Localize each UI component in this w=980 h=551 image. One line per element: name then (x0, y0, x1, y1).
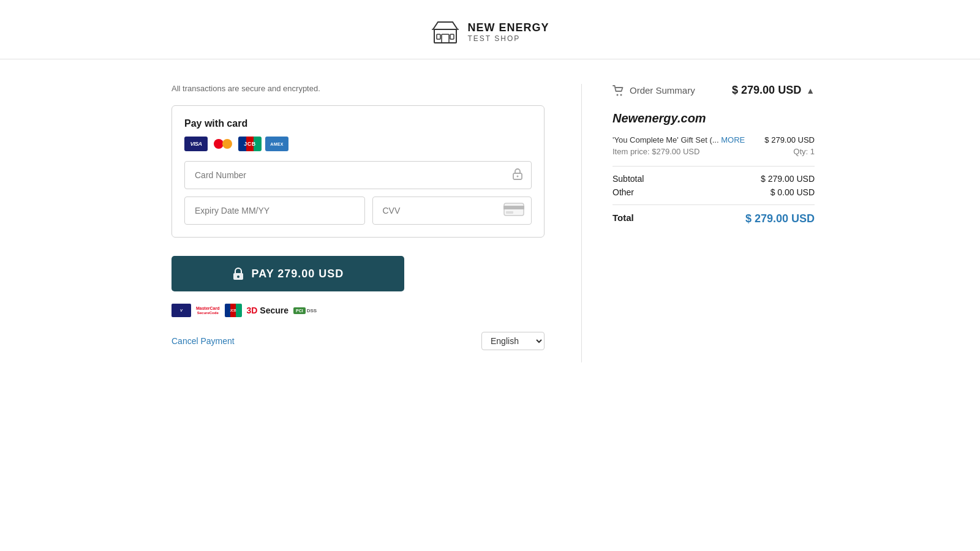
cart-icon (612, 85, 625, 96)
shop-logo: NEW ENERGY TEST SHOP (431, 17, 549, 47)
total-value: $ 279.00 USD (745, 212, 815, 225)
cvv-card-icon (503, 203, 524, 219)
subtotal-label: Subtotal (612, 174, 644, 184)
item-description: 'You Complete Me' Gift Set (... MORE (612, 135, 764, 144)
security-note: All transactions are secure and encrypte… (172, 84, 545, 93)
3d-secure-badge: 3D Secure (247, 305, 289, 315)
pay-lock-icon (232, 267, 244, 280)
pci-dss-badge: PCI DSS (293, 307, 317, 314)
order-summary-total-display: $ 279.00 USD ▲ (732, 84, 815, 97)
other-value: $ 0.00 USD (771, 187, 815, 197)
main-container: All transactions are secure and encrypte… (135, 59, 845, 362)
svg-rect-8 (503, 206, 524, 209)
svg-point-13 (620, 94, 622, 96)
security-badges: V MasterCard SecureCode JCB 3D Secure PC… (172, 304, 545, 317)
item-more-link[interactable]: MORE (721, 135, 745, 144)
cvv-wrapper (372, 197, 532, 225)
page-header: NEW ENERGY TEST SHOP (0, 0, 980, 59)
svg-point-12 (617, 94, 619, 96)
svg-point-11 (237, 276, 239, 278)
svg-point-6 (517, 176, 519, 178)
divider-2 (612, 204, 815, 205)
order-item-row: 'You Complete Me' Gift Set (... MORE $ 2… (612, 135, 815, 144)
svg-rect-9 (506, 211, 513, 214)
shop-name-sub: TEST SHOP (467, 34, 549, 43)
order-summary-header: Order Summary $ 279.00 USD ▲ (612, 84, 815, 97)
other-line: Other $ 0.00 USD (612, 187, 815, 197)
mastercard-securecode-badge: MasterCard SecureCode (196, 306, 220, 315)
total-line: Total $ 279.00 USD (612, 212, 815, 225)
shop-name-block: NEW ENERGY TEST SHOP (467, 21, 549, 43)
pay-card-box: Pay with card VISA JCB AMEX (172, 105, 545, 238)
pay-button[interactable]: PAY 279.00 USD (172, 256, 404, 291)
pay-with-card-title: Pay with card (184, 118, 532, 129)
svg-rect-0 (434, 29, 456, 43)
bottom-row: Cancel Payment English French Spanish Ge… (172, 332, 545, 362)
visa-verified-badge: V (172, 304, 191, 317)
order-summary-left: Order Summary (612, 85, 695, 96)
amex-logo: AMEX (265, 137, 288, 151)
mastercard-logo (211, 137, 235, 151)
item-meta: Item price: $279.00 USD Qty: 1 (612, 147, 815, 156)
svg-rect-2 (437, 34, 440, 39)
jcb-secure-badge: JCB (225, 304, 242, 317)
order-summary-title: Order Summary (630, 85, 695, 96)
chevron-up-icon[interactable]: ▲ (806, 86, 815, 96)
lock-icon (512, 168, 523, 182)
expiry-cvv-row (184, 197, 532, 225)
total-label: Total (612, 212, 634, 225)
subtotal-line: Subtotal $ 279.00 USD (612, 174, 815, 184)
other-label: Other (612, 187, 634, 197)
svg-rect-3 (450, 34, 454, 39)
subtotal-value: $ 279.00 USD (761, 174, 815, 184)
card-number-row (184, 161, 532, 189)
merchant-name: Newenergy.com (612, 111, 815, 126)
visa-logo: VISA (184, 137, 208, 151)
cancel-payment-link[interactable]: Cancel Payment (172, 336, 235, 346)
jcb-logo: JCB (238, 137, 262, 151)
language-select[interactable]: English French Spanish German Japanese (481, 332, 545, 350)
right-panel: Order Summary $ 279.00 USD ▲ Newenergy.c… (582, 84, 845, 362)
left-panel: All transactions are secure and encrypte… (135, 84, 582, 362)
expiry-input[interactable] (184, 197, 365, 225)
pay-button-label: PAY 279.00 USD (252, 268, 344, 280)
divider-1 (612, 166, 815, 167)
shop-name-main: NEW ENERGY (467, 21, 549, 34)
item-price: $ 279.00 USD (764, 135, 815, 144)
svg-rect-1 (442, 34, 449, 43)
card-number-input[interactable] (184, 161, 532, 189)
card-logos: VISA JCB AMEX (184, 137, 532, 151)
shop-building-icon (431, 17, 460, 47)
